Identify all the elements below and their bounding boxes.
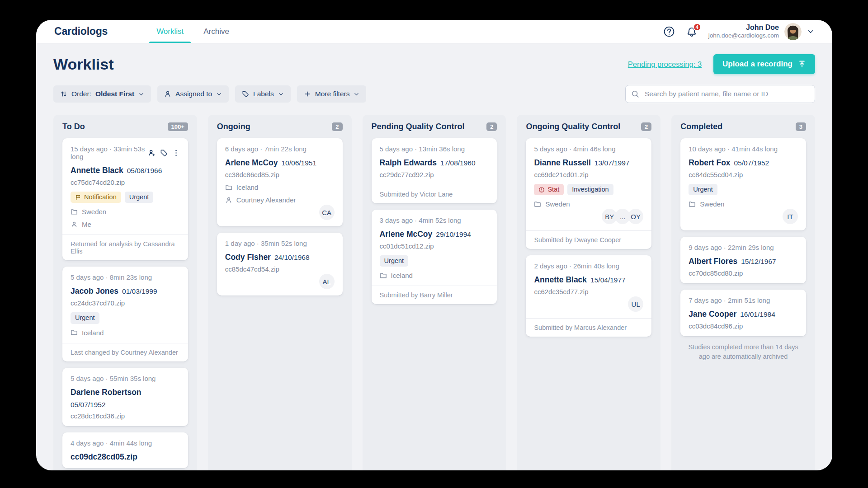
study-card[interactable]: 5 days ago · 13min 36s longRalph Edwards… — [372, 138, 497, 203]
tag-label: Urgent — [693, 186, 713, 193]
patient-dob: 01/03/1999 — [122, 287, 157, 296]
board-column-to-do[interactable]: To Do100+15 days ago · 33min 53s longAnn… — [53, 115, 197, 470]
folder-row: Sweden — [534, 200, 643, 208]
help-button[interactable] — [663, 26, 675, 38]
patient-dob: 16/01/1984 — [740, 310, 775, 319]
user-email: john.doe@cardiologs.com — [708, 32, 779, 40]
card-body: 5 days ago · 13min 36s longRalph Edwards… — [372, 138, 497, 185]
folder-name: Iceland — [236, 183, 258, 191]
file-name: cc38dc86cd85.zip — [225, 171, 335, 178]
filter-toolbar: Order: Oldest First Assigned to Labels M — [53, 85, 815, 103]
patient-name: Ralph Edwards — [380, 158, 437, 168]
study-card[interactable]: 5 days ago · 8min 23s longJacob Jones01/… — [62, 267, 188, 361]
assigned-to-filter-button[interactable]: Assigned to — [157, 85, 229, 103]
file-name: cc62dc35cd77.zip — [534, 288, 643, 296]
study-card[interactable]: 10 days ago · 41min 44s longRobert Fox05… — [680, 138, 806, 230]
patient-name: Arlene McCoy — [225, 158, 278, 168]
card-footer-note: Last changed by Courtney Alexander — [62, 343, 188, 361]
card-body: 15 days ago · 33min 53s longAnnette Blac… — [62, 138, 188, 235]
file-name: cc69dc21cd01.zip — [534, 171, 643, 178]
study-card[interactable]: 5 days ago · 55min 35s longDarlene Rober… — [62, 368, 188, 426]
study-card[interactable]: 2 days ago · 26min 40s longAnnette Black… — [526, 255, 651, 337]
card-meta: 5 days ago · 55min 35s long — [71, 375, 156, 382]
board-column-pending-quality-control[interactable]: Pending Quality Control25 days ago · 13m… — [363, 115, 506, 470]
folder-icon — [71, 208, 78, 216]
file-name: cc01dc51cd12.zip — [380, 242, 489, 250]
study-card[interactable]: 7 days ago · 2min 51s longJane Cooper16/… — [680, 290, 806, 336]
study-card[interactable]: 6 days ago · 7min 22s longArlene McCoy10… — [217, 138, 343, 226]
board-column-completed[interactable]: Completed310 days ago · 41min 44s longRo… — [671, 115, 815, 470]
page-header-actions: Pending processing: 3 Upload a recording — [628, 54, 815, 74]
card-meta: 2 days ago · 26min 40s long — [534, 262, 619, 270]
folder-row: Sweden — [71, 208, 180, 216]
study-card[interactable]: 5 days ago · 4min 46s longDianne Russell… — [526, 138, 651, 249]
column-header: Pending Quality Control2 — [372, 122, 497, 131]
card-meta: 7 days ago · 2min 51s long — [689, 296, 770, 304]
card-title-row: Jacob Jones01/03/1999 — [71, 286, 180, 296]
folder-row: Iceland — [380, 272, 489, 279]
card-title-row: Annette Black15/04/1977 — [534, 275, 643, 285]
card-meta-row: 3 days ago · 4min 52s long — [380, 216, 489, 224]
folder-name: Sweden — [82, 208, 106, 216]
card-body: 6 days ago · 7min 22s longArlene McCoy10… — [217, 138, 343, 226]
card-meta: 5 days ago · 13min 36s long — [380, 145, 465, 153]
card-menu-button[interactable] — [172, 149, 180, 157]
card-meta: 6 days ago · 7min 22s long — [225, 145, 307, 153]
user-menu[interactable]: John Doe john.doe@cardiologs.com — [708, 23, 814, 40]
tab-archive[interactable]: Archive — [196, 20, 236, 43]
avatar-row: UL — [534, 296, 643, 312]
card-title-row: Arlene McCoy29/10/1994 — [380, 230, 489, 239]
avatar-row: IT — [689, 209, 798, 224]
board-column-ongoing-quality-control[interactable]: Ongoing Quality Control25 days ago · 4mi… — [517, 115, 660, 470]
avatar: CA — [319, 205, 335, 220]
tag-urgent: Urgent — [71, 312, 99, 324]
labels-label: Labels — [253, 90, 274, 98]
card-meta-row: 7 days ago · 2min 51s long — [689, 296, 798, 304]
board-column-ongoing[interactable]: Ongoing26 days ago · 7min 22s longArlene… — [208, 115, 352, 470]
card-meta-row: 4 days ago · 4min 44s long — [71, 439, 180, 447]
file-name: cc70dc85cd80.zip — [689, 269, 798, 277]
study-card[interactable]: 1 day ago · 35min 52s longCody Fisher24/… — [217, 233, 343, 296]
study-card[interactable]: 15 days ago · 33min 53s longAnnette Blac… — [62, 138, 188, 260]
folder-icon — [71, 329, 78, 336]
column-title: Completed — [680, 122, 722, 131]
upload-recording-button[interactable]: Upload a recording — [713, 54, 815, 74]
add-label-button[interactable] — [160, 149, 168, 157]
notifications-button[interactable]: 4 — [686, 26, 698, 38]
tag-row: NotificationUrgent — [71, 192, 180, 203]
tag-urgent: Urgent — [689, 184, 717, 195]
assign-user-button[interactable] — [148, 149, 156, 157]
column-title: To Do — [62, 122, 85, 131]
card-meta-row: 2 days ago · 26min 40s long — [534, 262, 643, 270]
assignee-name: Courtney Alexander — [236, 196, 296, 204]
study-card[interactable]: 3 days ago · 4min 52s longArlene McCoy29… — [372, 210, 497, 304]
column-header: To Do100+ — [62, 122, 188, 131]
tag-row: Urgent — [71, 312, 180, 324]
folder-icon — [380, 272, 387, 279]
pending-processing-link[interactable]: Pending processing: 3 — [628, 60, 702, 69]
card-meta-row: 5 days ago · 55min 35s long — [71, 375, 180, 382]
card-title-row: Albert Flores15/12/1967 — [689, 257, 798, 266]
patient-name: Albert Flores — [689, 257, 737, 266]
column-title: Ongoing Quality Control — [526, 122, 620, 131]
file-name: cc75dc74cd20.zip — [71, 178, 180, 186]
card-meta: 1 day ago · 35min 52s long — [225, 239, 307, 247]
column-count-badge: 2 — [332, 122, 342, 131]
user-text: John Doe john.doe@cardiologs.com — [708, 23, 779, 40]
more-filters-button[interactable]: More filters — [297, 85, 367, 103]
patient-name: Annette Black — [534, 275, 587, 285]
labels-filter-button[interactable]: Labels — [235, 85, 291, 103]
card-meta-row: 15 days ago · 33min 53s long — [71, 145, 180, 160]
study-card[interactable]: 9 days ago · 22min 29s longAlbert Flores… — [680, 237, 806, 283]
column-title: Pending Quality Control — [372, 122, 465, 131]
file-name: cc24dc37cd70.zip — [71, 299, 180, 307]
patient-dob: 05/07/1952 — [71, 401, 106, 409]
order-filter-button[interactable]: Order: Oldest First — [53, 85, 151, 103]
search-input[interactable] — [625, 85, 815, 103]
topbar-right: 4 John Doe john.doe@cardiologs.com — [663, 20, 814, 43]
study-card[interactable]: 4 days ago · 4min 44s longcc09dc28cd05.z… — [62, 432, 188, 468]
person-icon — [225, 197, 232, 204]
tab-worklist[interactable]: Worklist — [149, 20, 191, 43]
kanban-board: To Do100+15 days ago · 33min 53s longAnn… — [53, 115, 815, 470]
patient-name: Jacob Jones — [71, 286, 118, 296]
